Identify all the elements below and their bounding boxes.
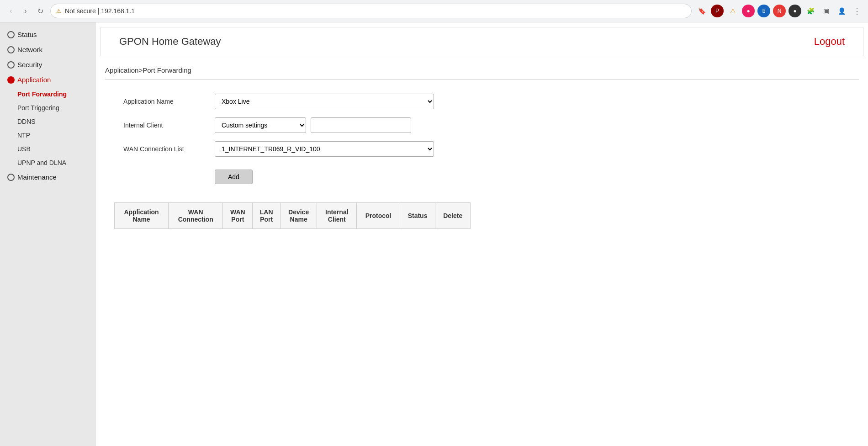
- sidebar-item-maintenance[interactable]: Maintenance: [0, 170, 96, 185]
- col-internal-client: InternalClient: [317, 203, 357, 229]
- sidebar-subitem-usb[interactable]: USB: [0, 142, 96, 156]
- data-table: ApplicationName WANConnection WANPort LA…: [114, 202, 471, 229]
- main-content: GPON Home Gateway Logout Application>Por…: [96, 22, 868, 446]
- table-section: ApplicationName WANConnection WANPort LA…: [96, 193, 868, 238]
- security-icon: ⚠: [56, 8, 61, 14]
- wan-connection-select[interactable]: 1_INTERNET_TR069_R_VID_100: [215, 141, 434, 157]
- col-application-name: ApplicationName: [115, 203, 169, 229]
- internal-client-select[interactable]: Custom settings: [215, 117, 306, 133]
- logout-button[interactable]: Logout: [814, 36, 845, 48]
- sidebar-label-status: Status: [17, 31, 37, 38]
- col-delete: Delete: [435, 203, 471, 229]
- sidebar-label-maintenance: Maintenance: [17, 173, 57, 181]
- extension-icon4[interactable]: b: [757, 5, 770, 17]
- internal-client-inputs: Custom settings: [215, 117, 434, 133]
- sidebar: Status Network Security Application Port…: [0, 22, 96, 446]
- sidebar-subitem-port-forwarding[interactable]: Port Forwarding: [0, 87, 96, 101]
- col-wan-connection: WANConnection: [169, 203, 223, 229]
- internal-client-row: Internal Client Custom settings: [123, 117, 850, 133]
- sidebar-submenu-application: Port Forwarding Port Triggering DDNS NTP…: [0, 87, 96, 170]
- form-section: Application Name Xbox Live Internal Clie…: [96, 89, 868, 193]
- col-status: Status: [400, 203, 435, 229]
- sidebar-item-security[interactable]: Security: [0, 57, 96, 72]
- breadcrumb: Application>Port Forwarding: [96, 61, 868, 80]
- internal-client-control: Custom settings: [215, 117, 434, 133]
- application-name-label: Application Name: [123, 98, 206, 105]
- extension-icon5[interactable]: N: [773, 5, 786, 17]
- add-button-container: Add: [123, 165, 850, 184]
- sidebar-subitem-upnp[interactable]: UPNP and DLNA: [0, 156, 96, 170]
- page-title: GPON Home Gateway: [119, 36, 221, 48]
- breadcrumb-divider: [105, 80, 859, 80]
- table-header-row: ApplicationName WANConnection WANPort LA…: [115, 203, 471, 229]
- application-name-control: Xbox Live: [215, 94, 434, 109]
- application-name-row: Application Name Xbox Live: [123, 94, 850, 109]
- sidebar-label-security: Security: [17, 61, 42, 69]
- page-header: GPON Home Gateway Logout: [101, 27, 863, 56]
- sidebar-label-application: Application: [17, 76, 51, 84]
- application-name-select[interactable]: Xbox Live: [215, 94, 434, 109]
- page-wrapper: Status Network Security Application Port…: [0, 22, 868, 446]
- network-bullet: [7, 46, 15, 53]
- bookmark-icon[interactable]: 🔖: [695, 5, 708, 17]
- wan-connection-row: WAN Connection List 1_INTERNET_TR069_R_V…: [123, 141, 850, 157]
- col-device-name: DeviceName: [280, 203, 317, 229]
- browser-icons: 🔖 P ⚠ ● b N ● 🧩 ▣ 👤 ⋮: [695, 5, 863, 17]
- forward-button[interactable]: ›: [19, 5, 32, 17]
- col-wan-port: WANPort: [223, 203, 253, 229]
- col-lan-port: LANPort: [253, 203, 280, 229]
- extension-icon6[interactable]: ●: [789, 5, 801, 17]
- wan-connection-control: 1_INTERNET_TR069_R_VID_100: [215, 141, 434, 157]
- sidebar-item-network[interactable]: Network: [0, 42, 96, 57]
- internal-client-label: Internal Client: [123, 122, 206, 129]
- sidebar-subitem-ntp[interactable]: NTP: [0, 128, 96, 142]
- extension-icon2[interactable]: ⚠: [726, 5, 739, 17]
- status-bullet: [7, 31, 15, 38]
- wan-connection-label: WAN Connection List: [123, 145, 206, 153]
- back-button[interactable]: ‹: [5, 5, 17, 17]
- security-bullet: [7, 61, 15, 69]
- sidebar-subitem-ddns[interactable]: DDNS: [0, 115, 96, 128]
- browser-chrome: ‹ › ↻ ⚠ Not secure | 192.168.1.1 🔖 P ⚠ ●…: [0, 0, 868, 22]
- sidebar-label-network: Network: [17, 46, 42, 53]
- add-button[interactable]: Add: [215, 170, 253, 184]
- maintenance-bullet: [7, 174, 15, 181]
- url-text: Not secure | 192.168.1.1: [65, 7, 135, 15]
- table-header: ApplicationName WANConnection WANPort LA…: [115, 203, 471, 229]
- address-bar[interactable]: ⚠ Not secure | 192.168.1.1: [50, 4, 692, 18]
- col-protocol: Protocol: [357, 203, 400, 229]
- reload-button[interactable]: ↻: [34, 5, 47, 17]
- sidebar-item-application[interactable]: Application: [0, 72, 96, 87]
- sidebar-item-status[interactable]: Status: [0, 27, 96, 42]
- sidebar-toggle[interactable]: ▣: [820, 5, 832, 17]
- application-bullet: [7, 76, 15, 84]
- nav-buttons: ‹ › ↻: [5, 5, 47, 17]
- extension-icon1[interactable]: P: [711, 5, 724, 17]
- browser-toolbar: ‹ › ↻ ⚠ Not secure | 192.168.1.1 🔖 P ⚠ ●…: [0, 0, 868, 22]
- extension-icon7[interactable]: 🧩: [804, 5, 817, 17]
- sidebar-subitem-port-triggering[interactable]: Port Triggering: [0, 101, 96, 115]
- internal-client-input[interactable]: [311, 117, 411, 133]
- menu-icon[interactable]: ⋮: [851, 5, 863, 17]
- extension-icon3[interactable]: ●: [742, 5, 755, 17]
- profile-icon[interactable]: 👤: [835, 5, 848, 17]
